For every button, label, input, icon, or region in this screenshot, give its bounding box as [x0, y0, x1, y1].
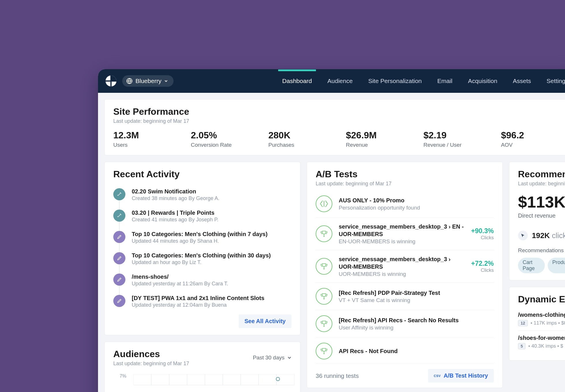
audiences-title: Audiences: [113, 349, 189, 359]
caret-down-icon: [287, 356, 291, 360]
svg-rect-2: [110, 76, 112, 86]
svg-rect-5: [151, 374, 169, 385]
activity-item[interactable]: /mens-shoes/ Updated yesterday at 11:26a…: [113, 270, 291, 291]
metric-aov: $96.2 AOV: [501, 130, 561, 148]
ab-test-item[interactable]: service_message_members_desktop_3 › UOR-…: [316, 250, 494, 283]
svg-rect-7: [187, 374, 205, 385]
nav-site-personalization[interactable]: Site Personalization: [367, 69, 423, 93]
ab-tests-card: A/B Tests Last update: beginning of Mar …: [307, 162, 503, 388]
audiences-range-selector[interactable]: Past 30 days: [253, 355, 291, 361]
app-window: Blueberry Dashboard Audience Site Person…: [98, 69, 565, 392]
recommendations-card: Recommend Last update: beginning $113K D…: [509, 162, 565, 280]
trophy-icon: [316, 315, 332, 332]
dashboard-grid: Recent Activity 02.20 Swim Notification …: [104, 162, 565, 392]
dynamic-experiences-card: Dynamic Ex /womens-clothing/ 12 • 117K i…: [509, 287, 565, 361]
nav-settings[interactable]: Settings: [545, 69, 565, 93]
metric-purchases: 280K Purchases: [268, 130, 329, 148]
metrics-row: 12.3M Users 2.05% Conversion Rate 280K P…: [113, 130, 561, 148]
metric-conversion: 2.05% Conversion Rate: [191, 130, 251, 148]
metric-revenue: $26.9M Revenue: [346, 130, 406, 148]
activity-item[interactable]: [DY TEST] PWA 1x1 and 2x1 Inline Content…: [113, 291, 291, 312]
brand-logo: [105, 75, 117, 87]
nav-dashboard[interactable]: Dashboard: [281, 69, 313, 93]
ab-test-item[interactable]: AUS ONLY - 10% Promo Personalization opp…: [316, 190, 494, 218]
pencil-icon: [113, 231, 125, 243]
nav-audience[interactable]: Audience: [326, 69, 354, 93]
activity-item[interactable]: Top 10 Categories: Men's Clothing (withi…: [113, 227, 291, 248]
pencil-icon: [113, 252, 125, 264]
svg-rect-11: [259, 374, 276, 385]
globe-icon: [126, 78, 133, 84]
svg-rect-10: [241, 374, 259, 385]
ab-test-item[interactable]: [Rec Refresh] PDP Pair-Strategy Test VT …: [316, 283, 494, 310]
site-selector[interactable]: Blueberry: [122, 75, 174, 87]
nav-assets[interactable]: Assets: [512, 69, 532, 93]
cursor-icon: [518, 231, 528, 240]
trophy-icon: [316, 258, 332, 275]
activity-item[interactable]: 02.20 Swim Notification Created 38 minut…: [113, 184, 291, 206]
ab-test-history-button[interactable]: CSV A/B Test History: [428, 369, 494, 382]
see-all-activity-button[interactable]: See All Activity: [239, 314, 291, 328]
trophy-icon: [316, 343, 332, 359]
svg-rect-4: [133, 374, 151, 385]
direct-revenue-label: Direct revenue: [518, 212, 565, 219]
count-badge: 5: [518, 343, 526, 349]
activity-item[interactable]: 03.20 | Rewards | Triple Points Created …: [113, 206, 291, 227]
site-performance-card: Site Performance Last update: beginning …: [104, 99, 565, 155]
recent-activity-title: Recent Activity: [113, 169, 291, 180]
ab-test-item[interactable]: service_message_members_desktop_3 › EN -…: [316, 218, 494, 250]
brain-icon: [316, 195, 332, 212]
ab-stat: +90.3% Clicks: [471, 227, 494, 241]
site-name: Blueberry: [135, 78, 161, 84]
ab-tests-title: A/B Tests: [316, 169, 494, 180]
trophy-icon: [316, 288, 332, 305]
recent-activity-card: Recent Activity 02.20 Swim Notification …: [104, 162, 300, 335]
magic-wand-icon: [113, 210, 125, 222]
trophy-icon: [316, 225, 332, 242]
nav-email[interactable]: Email: [436, 69, 454, 93]
dashboard-content: Site Performance Last update: beginning …: [98, 93, 565, 392]
dynamic-item[interactable]: /shoes-for-women/ 5 • 40.3K imps • $: [518, 331, 565, 353]
csv-icon: CSV: [434, 374, 441, 378]
magic-wand-icon: [113, 188, 125, 200]
audiences-card: Audiences Last update: beginning of Mar …: [104, 342, 300, 392]
site-performance-title: Site Performance: [113, 106, 561, 117]
chip-product[interactable]: Produc: [548, 258, 565, 273]
dynamic-item[interactable]: /womens-clothing/ 12 • 117K imps • $0: [518, 308, 565, 331]
metric-users: 12.3M Users: [113, 130, 174, 148]
site-performance-subtitle: Last update: beginning of Mar 17: [113, 118, 561, 124]
dynamic-experiences-title: Dynamic Ex: [518, 294, 565, 305]
count-badge: 12: [518, 320, 528, 326]
svg-rect-8: [205, 374, 223, 385]
nav-acquisition[interactable]: Acquisition: [467, 69, 499, 93]
chart-data-point: [276, 377, 280, 381]
svg-rect-6: [169, 374, 187, 385]
clicks-metric: 192K clicks: [518, 231, 565, 240]
direct-revenue-value: $113K: [518, 193, 565, 211]
topbar: Blueberry Dashboard Audience Site Person…: [98, 69, 565, 93]
ab-tests-subtitle: Last update: beginning of Mar 17: [316, 181, 494, 187]
ab-test-item[interactable]: API Recs - Not Found: [316, 338, 494, 359]
main-nav: Dashboard Audience Site Personalization …: [281, 69, 565, 93]
caret-down-icon: [164, 79, 168, 83]
audiences-chart: 7%: [113, 372, 291, 387]
ab-test-item[interactable]: [Rec Refresh] API Recs - Search No Resul…: [316, 310, 494, 338]
running-tests-count: 36 running tests: [316, 372, 359, 379]
pencil-icon: [113, 295, 125, 307]
chip-cart-page[interactable]: Cart Page: [518, 258, 545, 273]
recommendations-title: Recommend: [518, 169, 565, 180]
pencil-icon: [113, 274, 125, 286]
svg-rect-9: [223, 374, 241, 385]
audiences-subtitle: Last update: beginning of Mar 17: [113, 361, 189, 367]
activity-item[interactable]: Top 10 Categories: Men's Clothing (withi…: [113, 248, 291, 270]
metric-revenue-per-user: $2.19 Revenue / User: [423, 130, 484, 148]
ab-stat: +72.2% Clicks: [471, 260, 494, 273]
